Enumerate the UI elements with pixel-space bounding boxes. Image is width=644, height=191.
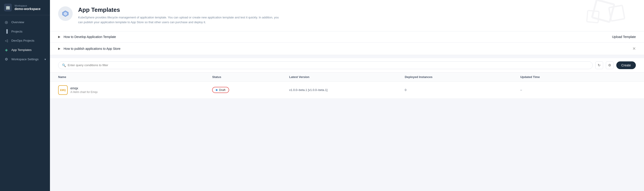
page-header-text: App Templates KubeSphere provides lifecy…	[78, 6, 636, 25]
devops-icon: ◁	[4, 39, 9, 43]
sidebar-item-devops-label: DevOps Projects	[11, 39, 46, 42]
col-header-updated-time: Updated Time	[520, 75, 636, 79]
sidebar-item-workspace-settings-label: Workspace Settings	[11, 58, 42, 61]
search-input[interactable]	[68, 63, 589, 67]
column-settings-button[interactable]: ⚙	[606, 61, 614, 69]
sidebar: 🏢 Workspace demo-workspace ◎ Overview ▐ …	[0, 0, 50, 191]
col-header-deployed-instances: Deployed Instances	[405, 75, 520, 79]
sidebar-item-workspace-settings[interactable]: ⚙ Workspace Settings ▾	[0, 55, 50, 64]
overview-icon: ◎	[4, 20, 9, 24]
app-templates-icon: ◈	[4, 48, 9, 52]
sidebar-item-overview[interactable]: ◎ Overview	[0, 18, 50, 27]
updated-cell: –	[520, 88, 636, 92]
page-header: App Templates KubeSphere provides lifecy…	[50, 0, 644, 31]
page-description: KubeSphere provides lifecycle management…	[78, 15, 282, 25]
sidebar-item-app-templates-label: App Templates	[11, 48, 46, 52]
refresh-button[interactable]: ↻	[596, 61, 603, 69]
app-info: emqx A Helm chart for Emqx	[70, 86, 98, 94]
page-title: App Templates	[78, 6, 636, 14]
sidebar-item-projects[interactable]: ▐ Projects	[0, 27, 50, 36]
toolbar: 🔍 ↻ ⚙ Create	[50, 58, 644, 73]
workspace-header[interactable]: 🏢 Workspace demo-workspace	[0, 0, 50, 15]
sidebar-item-overview-label: Overview	[11, 21, 46, 24]
accordion-chevron-2-icon[interactable]: ▶	[58, 47, 60, 50]
sidebar-nav: ◎ Overview ▐ Projects ◁ DevOps Projects …	[0, 15, 50, 191]
status-label: Draft	[219, 88, 225, 92]
workspace-name: demo-workspace	[14, 7, 40, 11]
table-header: Name Status Latest Version Deployed Inst…	[50, 73, 644, 82]
main-content: App Templates KubeSphere provides lifecy…	[50, 0, 644, 191]
workspace-settings-chevron-icon: ▾	[44, 58, 46, 61]
search-icon: 🔍	[62, 63, 66, 67]
projects-icon: ▐	[4, 29, 9, 34]
app-name-cell: EMQ emqx A Helm chart for Emqx	[58, 85, 212, 95]
accordion-title-1: How to Develop Application Template	[64, 35, 612, 39]
workspace-settings-icon: ⚙	[4, 57, 9, 61]
accordion-close-icon[interactable]: ✕	[632, 46, 636, 51]
accordion-item-2: ▶ How to publish applications to App Sto…	[50, 43, 644, 55]
settings-icon: ⚙	[608, 63, 611, 67]
table-container: Name Status Latest Version Deployed Inst…	[50, 73, 644, 99]
col-header-name: Name	[58, 75, 212, 79]
version-cell: v1.0.0–beta.1 [v1.0.0–beta.1]	[289, 88, 405, 92]
accordion-chevron-1-icon[interactable]: ▶	[58, 35, 60, 39]
table-row[interactable]: EMQ emqx A Helm chart for Emqx Draft v1.…	[50, 82, 644, 99]
accordion-item-1: ▶ How to Develop Application Template Up…	[50, 31, 644, 43]
workspace-label: Workspace	[14, 4, 40, 7]
status-dot	[216, 89, 218, 91]
header-decoration	[580, 0, 640, 31]
search-bar[interactable]: 🔍	[58, 61, 593, 69]
workspace-text: Workspace demo-workspace	[14, 4, 40, 11]
sidebar-item-devops[interactable]: ◁ DevOps Projects	[0, 36, 50, 45]
page-header-icon	[58, 6, 73, 21]
app-logo: EMQ	[58, 85, 68, 95]
workspace-icon: 🏢	[4, 4, 12, 11]
app-name: emqx	[70, 86, 98, 90]
instances-cell: 0	[405, 88, 520, 92]
app-description: A Helm chart for Emqx	[70, 91, 98, 94]
col-header-status: Status	[212, 75, 289, 79]
refresh-icon: ↻	[598, 63, 601, 67]
status-cell: Draft	[212, 87, 289, 93]
upload-template-button[interactable]: Upload Template	[612, 35, 636, 39]
sidebar-item-app-templates[interactable]: ◈ App Templates	[0, 45, 50, 55]
col-header-latest-version: Latest Version	[289, 75, 405, 79]
sidebar-item-projects-label: Projects	[11, 30, 46, 33]
status-badge: Draft	[212, 87, 229, 93]
accordion-title-2: How to publish applications to App Store	[64, 47, 628, 51]
create-button[interactable]: Create	[616, 61, 636, 69]
